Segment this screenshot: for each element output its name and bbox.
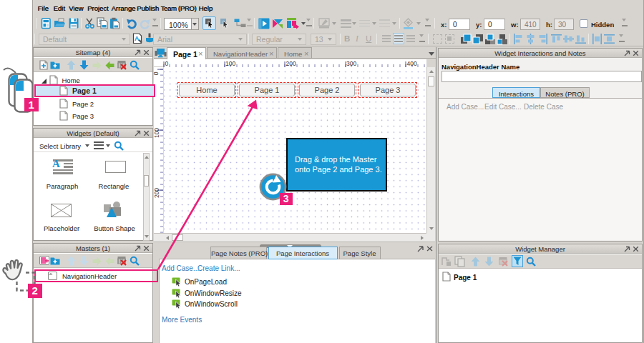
svg-text:A: A xyxy=(135,35,140,42)
